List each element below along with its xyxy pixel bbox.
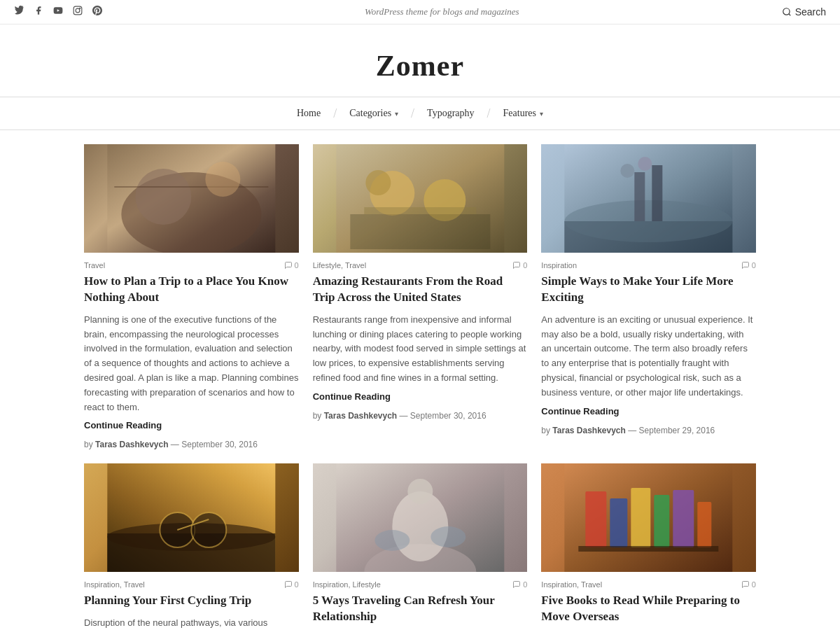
post-excerpt-2: Restaurants range from inexpensive and i… (313, 313, 528, 386)
svg-rect-41 (698, 502, 712, 547)
post-author-date-1: by Taras Dashkevych — September 30, 2016 (84, 440, 299, 449)
post-comment-2: 0 (512, 261, 527, 270)
post-excerpt-3: An adventure is an exciting or unusual e… (541, 313, 756, 400)
post-author-date-3: by Taras Dashkevych — September 29, 2016 (541, 426, 756, 435)
svg-point-33 (374, 530, 410, 551)
svg-rect-36 (586, 491, 607, 547)
social-icons (14, 6, 102, 18)
post-card-3: Inspiration 0 Simple Ways to Make Your L… (541, 144, 756, 449)
site-header: Zomer (0, 24, 840, 97)
svg-point-14 (365, 170, 391, 195)
post-title-4[interactable]: Planning Your First Cycling Trip (84, 593, 299, 609)
svg-rect-13 (350, 214, 490, 249)
post-category-4[interactable]: Inspiration, Travel (84, 580, 145, 589)
svg-point-3 (783, 8, 789, 15)
svg-rect-0 (74, 6, 82, 15)
post-comment-3: 0 (741, 261, 756, 270)
post-meta-1: Travel 0 (84, 261, 299, 270)
post-comment-4: 0 (284, 580, 299, 589)
svg-rect-42 (579, 546, 719, 552)
youtube-icon[interactable] (53, 6, 63, 18)
svg-rect-40 (673, 490, 694, 547)
post-title-3[interactable]: Simple Ways to Make Your Life More Excit… (541, 274, 756, 306)
svg-point-7 (135, 169, 191, 225)
post-category-1[interactable]: Travel (84, 261, 105, 270)
site-nav: Home / Categories ▾ / Typography / Featu… (0, 97, 840, 130)
svg-line-4 (788, 14, 790, 16)
twitter-icon[interactable] (14, 6, 24, 18)
svg-point-9 (205, 162, 240, 197)
search-button[interactable]: Search (782, 6, 826, 18)
post-meta-6: Inspiration, Travel 0 (541, 580, 756, 589)
post-meta-4: Inspiration, Travel 0 (84, 580, 299, 589)
svg-point-21 (621, 164, 635, 178)
facebook-icon[interactable] (34, 6, 43, 18)
top-bar: WordPress theme for blogs and magazines … (0, 0, 840, 24)
svg-rect-8 (114, 186, 268, 188)
svg-point-1 (76, 8, 80, 13)
tagline: WordPress theme for blogs and magazines (102, 6, 782, 18)
post-title-1[interactable]: How to Plan a Trip to a Place You Know N… (84, 274, 299, 306)
post-image-1[interactable] (84, 144, 299, 253)
svg-rect-39 (654, 495, 670, 547)
nav-home[interactable]: Home (284, 108, 333, 119)
continue-reading-2[interactable]: Continue Reading (313, 391, 391, 402)
svg-rect-37 (610, 498, 628, 547)
svg-point-2 (80, 8, 80, 8)
post-meta-3: Inspiration 0 (541, 261, 756, 270)
post-author-link-1[interactable]: Taras Dashkevych (95, 440, 169, 449)
post-image-6[interactable] (541, 463, 756, 572)
pinterest-icon[interactable] (92, 6, 102, 18)
post-category-2[interactable]: Lifestyle, Travel (313, 261, 366, 270)
post-card-4: Inspiration, Travel 0 Planning Your Firs… (84, 463, 299, 630)
post-card-2: Lifestyle, Travel 0 Amazing Restaurants … (313, 144, 528, 449)
svg-rect-38 (631, 488, 651, 547)
post-category-5[interactable]: Inspiration, Lifestyle (313, 580, 381, 589)
categories-dropdown-icon: ▾ (395, 110, 398, 118)
post-category-6[interactable]: Inspiration, Travel (541, 580, 602, 589)
post-image-2[interactable] (313, 144, 528, 253)
svg-point-32 (407, 479, 433, 504)
post-comment-5: 0 (512, 580, 527, 589)
nav-typography[interactable]: Typography (414, 108, 486, 119)
post-title-2[interactable]: Amazing Restaurants From the Road Trip A… (313, 274, 528, 306)
search-icon (782, 7, 792, 17)
post-image-5[interactable] (313, 463, 528, 572)
post-meta-2: Lifestyle, Travel 0 (313, 261, 528, 270)
posts-grid: Travel 0 How to Plan a Trip to a Place Y… (84, 144, 756, 630)
svg-point-18 (565, 200, 733, 242)
post-author-link-2[interactable]: Taras Dashkevych (324, 411, 398, 421)
svg-point-22 (638, 157, 652, 171)
post-card-6: Inspiration, Travel 0 Five Books to Read… (541, 463, 756, 630)
post-card-5: Inspiration, Lifestyle 0 5 Ways Travelin… (313, 463, 528, 630)
post-card-1: Travel 0 How to Plan a Trip to a Place Y… (84, 144, 299, 449)
svg-rect-15 (364, 207, 476, 214)
nav-features[interactable]: Features ▾ (491, 108, 556, 119)
continue-reading-1[interactable]: Continue Reading (84, 420, 162, 430)
nav-categories[interactable]: Categories ▾ (337, 108, 411, 119)
post-title-5[interactable]: 5 Ways Traveling Can Refresh Your Relati… (313, 593, 528, 625)
post-category-3[interactable]: Inspiration (541, 261, 577, 270)
main-content: Travel 0 How to Plan a Trip to a Place Y… (70, 130, 770, 630)
post-author-date-2: by Taras Dashkevych — September 30, 2016 (313, 411, 528, 421)
post-image-3[interactable] (541, 144, 756, 253)
instagram-icon[interactable] (73, 6, 83, 18)
post-excerpt-4: Disruption of the neural pathways, via v… (84, 616, 299, 630)
post-comment-6: 0 (741, 580, 756, 589)
post-meta-5: Inspiration, Lifestyle 0 (313, 580, 528, 589)
svg-rect-19 (635, 172, 645, 221)
svg-point-34 (430, 526, 465, 547)
post-author-link-3[interactable]: Taras Dashkevych (552, 426, 626, 435)
post-comment-1: 0 (284, 261, 299, 270)
site-title: Zomer (14, 49, 826, 83)
continue-reading-3[interactable]: Continue Reading (541, 406, 619, 416)
post-excerpt-1: Planning is one of the executive functio… (84, 313, 299, 415)
post-image-4[interactable] (84, 463, 299, 572)
svg-rect-20 (652, 165, 663, 221)
post-title-6[interactable]: Five Books to Read While Preparing to Mo… (541, 593, 756, 625)
features-dropdown-icon: ▾ (540, 110, 543, 118)
svg-point-27 (191, 512, 226, 547)
